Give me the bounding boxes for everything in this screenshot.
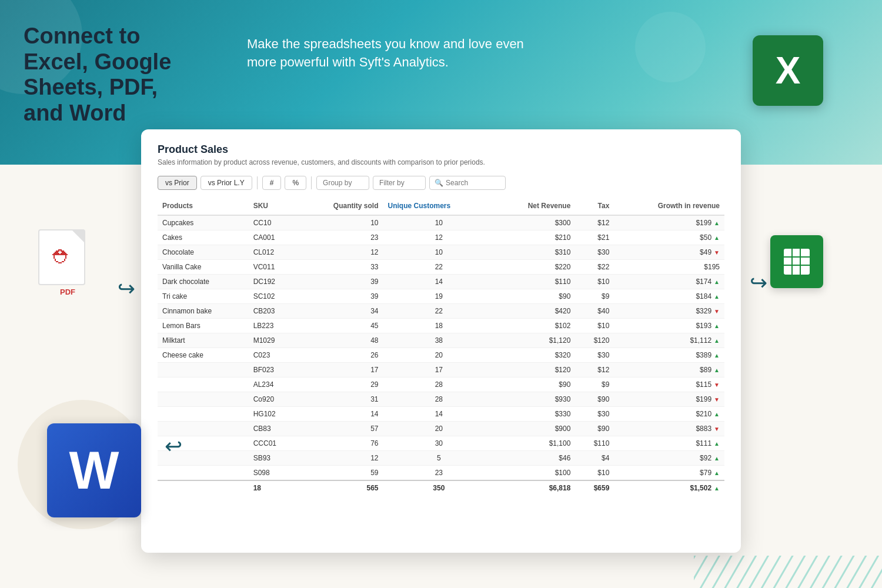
cell-customers: 30 (383, 436, 495, 451)
cell-tax: $21 (575, 230, 614, 245)
cell-growth: $199 ▼ (614, 392, 724, 407)
cell-sku: DC192 (249, 275, 299, 289)
cell-customers: 10 (383, 215, 495, 230)
search-icon: 🔍 (435, 179, 443, 187)
table-row: Cakes CA001 23 12 $210 $21 $50 ▲ (158, 230, 724, 245)
cell-tax: $10 (575, 275, 614, 289)
col-header-sku: SKU (249, 197, 299, 215)
col-header-qty: Quantity sold (299, 197, 383, 215)
cell-revenue: $120 (495, 363, 575, 377)
cell-sku: SC102 (249, 289, 299, 304)
card-subtitle: Sales information by product across reve… (158, 158, 724, 166)
cell-tax: $40 (575, 304, 614, 319)
col-header-products: Products (158, 197, 249, 215)
arrow-down-icon: ▼ (714, 426, 720, 432)
table-row: AL234 29 28 $90 $9 $115 ▼ (158, 377, 724, 392)
cell-qty: 34 (299, 304, 383, 319)
word-icon: W (47, 423, 141, 517)
filter-by-input[interactable] (373, 176, 426, 190)
cell-sku: S098 (249, 466, 299, 481)
table-row: Vanilla Cake VC011 33 22 $220 $22 $195 (158, 260, 724, 275)
cell-customers: 22 (383, 260, 495, 275)
arrow-right-decoration: ↪ (750, 270, 767, 295)
table-row: Tri cake SC102 39 19 $90 $9 $184 ▲ (158, 289, 724, 304)
arrow-up-icon: ▲ (714, 235, 720, 241)
cell-customers: 20 (383, 348, 495, 363)
arrow-up-icon: ▲ (714, 470, 720, 476)
table-row: Chocolate CL012 12 10 $310 $30 $49 ▼ (158, 245, 724, 260)
cell-product (158, 392, 249, 407)
cell-growth: $89 ▲ (614, 363, 724, 377)
pdf-icon: ⛑ PDF (38, 229, 97, 296)
stripes-svg (694, 556, 882, 588)
cell-total-sku: 18 (249, 480, 299, 495)
pdf-person-icon: ⛑ (52, 246, 71, 268)
cell-qty: 14 (299, 407, 383, 422)
arrow-up-icon: ▲ (714, 455, 720, 462)
cell-revenue: $102 (495, 319, 575, 333)
arrow-up-icon: ▲ (714, 279, 720, 285)
group-by-input[interactable] (316, 176, 369, 190)
word-icon-inner: W (47, 423, 141, 517)
cell-qty: 57 (299, 422, 383, 436)
vs-prior-ly-button[interactable]: vs Prior L.Y (201, 176, 252, 190)
table-row: CCC01 76 30 $1,100 $110 $111 ▲ (158, 436, 724, 451)
arrow-down-icon: ▼ (714, 382, 720, 388)
cell-customers: 23 (383, 466, 495, 481)
cell-tax: $10 (575, 319, 614, 333)
cell-tax: $4 (575, 451, 614, 466)
cell-sku: CCC01 (249, 436, 299, 451)
arrow-down-icon: ▼ (714, 308, 720, 315)
excel-label: X (776, 49, 801, 92)
cell-product: Cakes (158, 230, 249, 245)
hash-button[interactable]: # (262, 176, 282, 190)
cell-total-label (158, 480, 249, 495)
diagonal-stripes (694, 556, 882, 588)
arrow-up-icon: ▲ (714, 411, 720, 417)
cell-tax: $10 (575, 466, 614, 481)
table-row: CB83 57 20 $900 $90 $883 ▼ (158, 422, 724, 436)
cell-customers: 5 (383, 451, 495, 466)
table-row: Dark chocolate DC192 39 14 $110 $10 $174… (158, 275, 724, 289)
arrow-up-icon: ▲ (714, 367, 720, 373)
col-header-revenue: Net Revenue (495, 197, 575, 215)
cell-qty: 17 (299, 363, 383, 377)
excel-icon-inner: X (753, 35, 823, 106)
cell-product: Vanilla Cake (158, 260, 249, 275)
arrow-up-icon: ▲ (714, 293, 720, 300)
cell-revenue: $90 (495, 289, 575, 304)
cell-growth: $115 ▼ (614, 377, 724, 392)
cell-customers: 28 (383, 377, 495, 392)
vs-prior-button[interactable]: vs Prior (158, 176, 197, 190)
cell-sku: AL234 (249, 377, 299, 392)
cell-customers: 19 (383, 289, 495, 304)
cell-sku: CC10 (249, 215, 299, 230)
arrow-up-icon: ▲ (714, 440, 720, 447)
cell-tax: $9 (575, 289, 614, 304)
cell-qty: 45 (299, 319, 383, 333)
svg-rect-6 (694, 556, 882, 588)
toolbar: vs Prior vs Prior L.Y # % 🔍 (158, 176, 724, 190)
cell-product (158, 407, 249, 422)
sheets-icon-inner (770, 235, 823, 288)
cell-total-customers: 350 (383, 480, 495, 495)
cell-growth: $329 ▼ (614, 304, 724, 319)
arrow-up-icon: ▲ (714, 485, 720, 492)
pdf-doc: ⛑ (38, 229, 85, 285)
cell-total-growth: $1,502 ▲ (614, 480, 724, 495)
cell-customers: 17 (383, 363, 495, 377)
col-header-growth: Growth in revenue (614, 197, 724, 215)
search-input[interactable] (446, 179, 500, 187)
percent-button[interactable]: % (285, 176, 306, 190)
arrow-up-icon: ▲ (714, 323, 720, 329)
col-header-customers: Unique Customers (383, 197, 495, 215)
cell-growth: $79 ▲ (614, 466, 724, 481)
table-row: Lemon Bars LB223 45 18 $102 $10 $193 ▲ (158, 319, 724, 333)
cell-product: Cinnamon bake (158, 304, 249, 319)
cell-growth: $49 ▼ (614, 245, 724, 260)
cell-revenue: $300 (495, 215, 575, 230)
cell-sku: CB203 (249, 304, 299, 319)
cell-product: Lemon Bars (158, 319, 249, 333)
cell-qty: 33 (299, 260, 383, 275)
table-total-row: 18 565 350 $6,818 $659 $1,502 ▲ (158, 480, 724, 495)
